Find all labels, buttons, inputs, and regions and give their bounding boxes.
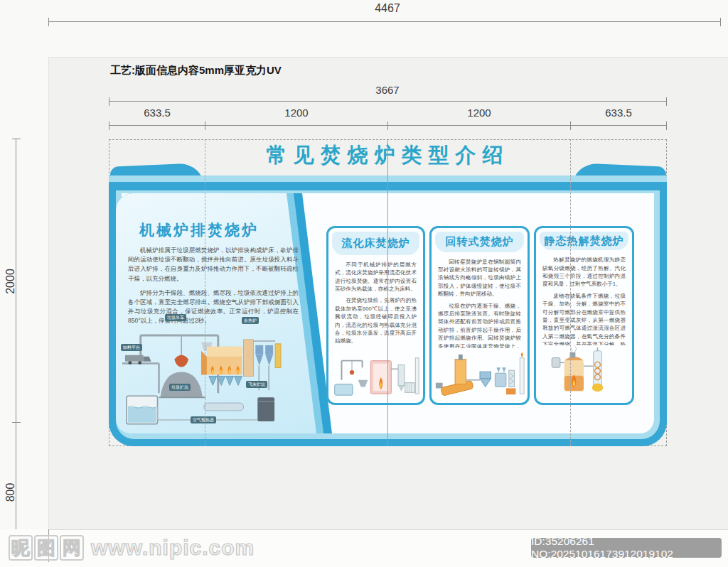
diagram-label-boiler: 余热炉 <box>242 317 259 324</box>
main-panel-paragraph: 机械炉排属于垃圾层燃焚烧炉，以炉排块构成炉床，靠炉排间的运动使垃圾不断翻动，搅拌… <box>128 246 299 284</box>
rotary-kiln-diagram <box>432 348 528 403</box>
dim-label-total-width: 4467 <box>341 2 434 15</box>
diagram-label-air-preheater: 空气预热器 <box>191 416 216 423</box>
watermark: 昵图网 www.nipic.com <box>9 535 255 561</box>
rotary-kiln-illustration <box>434 352 526 399</box>
watermark-char: 昵 <box>9 535 33 561</box>
dim-line-board-width <box>109 101 667 102</box>
diagram-label-ash-bin: 飞灰贮坑 <box>246 381 267 388</box>
card-title: 回转式焚烧炉 <box>446 235 514 249</box>
fold-line-left-dashed <box>205 139 205 446</box>
watermark-char: 图 <box>34 535 58 561</box>
incinerator-process-illustration <box>119 313 282 432</box>
fluidized-bed-diagram <box>328 348 423 403</box>
design-proof-page: 4467 工艺:版面信息内容5mm厚亚克力UV 3667 633.5 1200 … <box>0 0 728 567</box>
pyrolysis-diagram <box>536 345 632 403</box>
dim-label-board-height: 2000 <box>4 256 17 306</box>
card-paragraph: 在焚烧垃圾前，先将炉内的热载体加热至600℃以上，使之呈沸腾状流动，垃圾经破碎后… <box>335 296 417 345</box>
dim-label-lower-height: 800 <box>4 468 17 517</box>
diagram-label-waste-pit: 垃圾贮坑 <box>169 384 191 391</box>
watermark-char: 网 <box>60 535 84 561</box>
pyrolysis-illustration <box>543 345 626 399</box>
dim-label-seg-2: 1200 <box>268 107 325 119</box>
card-header: 回转式焚烧炉 <box>435 232 524 252</box>
dim-label-board-width: 3667 <box>348 84 427 96</box>
process-note: 工艺:版面信息内容5mm厚亚克力UV <box>110 64 282 77</box>
card-paragraph: 热解焚烧炉的燃烧机理为静态缺氧分级燃烧，经历了热解、汽化和烧毁三个阶段，通过控制… <box>542 256 626 288</box>
card-header: 静态热解焚烧炉 <box>540 232 628 250</box>
fluidized-bed-illustration <box>331 352 421 399</box>
dim-line-segments <box>109 125 667 126</box>
diagram-label-crane: 垃圾吊车 <box>165 314 186 321</box>
card-text: 热解焚烧炉的燃烧机理为静态缺氧分级燃烧，经历了热解、汽化和烧毁三个阶段，通过控制… <box>536 252 632 345</box>
fold-line-right-dashed <box>570 139 571 446</box>
card-text: 回转窑焚烧炉是在钢制圆筒内部衬设耐火涂料的可旋转锅炉，其沿轴线方向略倾斜，垃圾由… <box>432 254 528 348</box>
fold-line-center <box>387 139 388 446</box>
footer-divider <box>48 529 728 530</box>
card-title: 流化床焚烧炉 <box>342 237 410 250</box>
main-panel-title: 机械炉排焚烧炉 <box>139 220 259 240</box>
dim-line-total-width <box>48 21 721 22</box>
card-paragraph: 不同于机械炉排炉的层燃方式，流化床焚烧炉采用流态化技术进行垃圾焚烧。通常在炉内设… <box>335 261 417 293</box>
card-paragraph: 垃圾在炉内逐渐干燥、燃烧，燃尽后排至除渣装置。有时除旋转筒体外还配有前置动炉排或… <box>438 302 521 348</box>
card-rotary: 回转式焚烧炉 回转窑焚烧炉是在钢制圆筒内部衬设耐火涂料的可旋转锅炉，其沿轴线方向… <box>429 226 530 405</box>
card-paragraph: 废物在缺氧条件下燃烧，垃圾干燥、加热、分解，燃烧室中的不可分解可燃部分在燃烧室中… <box>542 292 626 345</box>
diagram-label-platform: 卸料平台 <box>121 344 142 351</box>
card-paragraph: 回转窑焚烧炉是在钢制圆筒内部衬设耐火涂料的可旋转锅炉，其沿轴线方向略倾斜，垃圾由… <box>438 258 521 298</box>
card-header: 流化床焚烧炉 <box>332 232 419 255</box>
watermark-url: www.nipic.com <box>91 536 255 560</box>
dim-label-seg-1: 633.5 <box>129 107 186 119</box>
dim-label-seg-4: 633.5 <box>590 107 647 119</box>
image-id-badge: ID:35206261 NO:20251016173912019102 <box>531 538 722 558</box>
card-fluidized-bed: 流化床焚烧炉 不同于机械炉排炉的层燃方式，流化床焚烧炉采用流态化技术进行垃圾焚烧… <box>326 226 425 405</box>
card-text: 不同于机械炉排炉的层燃方式，流化床焚烧炉采用流态化技术进行垃圾焚烧。通常在炉内设… <box>328 256 423 348</box>
mechanical-grate-diagram: 垃圾吊车 卸料平台 余热炉 垃圾贮坑 空气预热器 飞灰贮坑 <box>119 313 282 432</box>
card-static-pyrolysis: 静态热解焚烧炉 热解焚烧炉的燃烧机理为静态缺氧分级燃烧，经历了热解、汽化和烧毁三… <box>534 226 634 405</box>
card-title: 静态热解焚烧炉 <box>545 234 624 248</box>
dim-label-seg-3: 1200 <box>451 107 508 119</box>
